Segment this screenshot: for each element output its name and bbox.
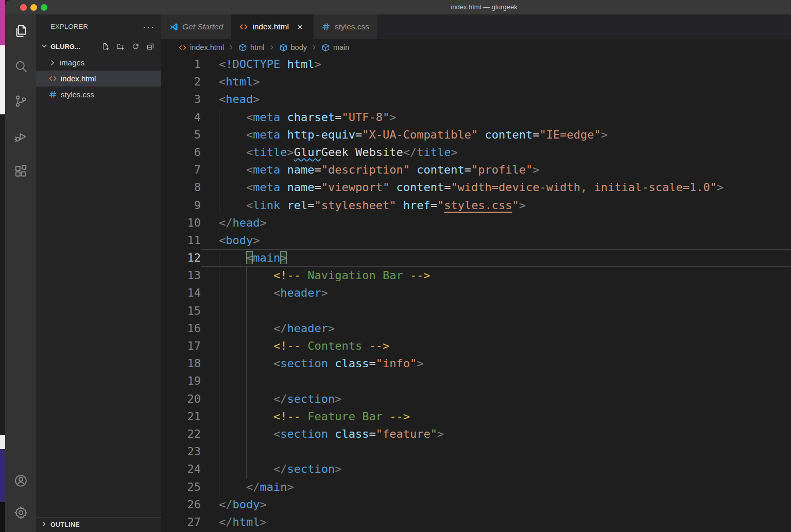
code-line-19[interactable]: 19 [161,372,791,390]
code-line-4[interactable]: 4 <meta charset="UTF-8"> [161,109,791,126]
file-item-index-html[interactable]: index.html [36,71,161,87]
code-line-15[interactable]: 15 [161,302,791,320]
code-line-7[interactable]: 7 <meta name="description" content="prof… [161,161,791,179]
cube-icon [279,43,288,52]
indent-guide [219,425,219,443]
activity-settings-button[interactable] [8,501,33,526]
views-and-more-actions-button[interactable]: ··· [143,24,155,29]
activity-run-debug-button[interactable] [8,125,33,149]
outline-section-header[interactable]: OUTLINE [36,517,161,532]
file-item-images[interactable]: images [36,55,161,71]
code-line-8[interactable]: 8 <meta name="viewport" content="width=d… [161,179,791,196]
line-content: </section> [201,390,791,408]
line-number: 10 [161,214,201,232]
chevron-right-icon [311,44,318,51]
screen: index.html — glurgeek EXPLORER ··· GLURG… [0,0,791,532]
activity-source-control-button[interactable] [8,90,33,114]
code-line-13[interactable]: 13 <!-- Navigation Bar --> [161,267,791,284]
explorer-sidebar: EXPLORER ··· GLURG... imagesindex.htmlst… [36,14,161,532]
zoom-button[interactable] [41,4,47,11]
indent-guide [219,460,219,478]
code-line-21[interactable]: 21 <!-- Feature Bar --> [161,408,791,425]
indent-guide [246,355,247,372]
tab-label: styles.css [335,22,369,31]
code-line-5[interactable]: 5 <meta http-equiv="X-UA-Compatible" con… [161,126,791,144]
line-content: <header> [201,284,791,302]
line-number: 9 [161,197,201,214]
code-line-25[interactable]: 25 </main> [161,478,791,496]
code-line-27[interactable]: 27</html> [161,513,791,531]
line-content [201,443,791,460]
collapse-all-button[interactable] [145,41,156,53]
line-content: </main> [201,478,791,496]
vscode-icon [169,22,178,31]
breadcrumb-label: index.html [190,43,224,52]
file-label: index.html [61,74,96,83]
line-number: 12 [161,249,201,267]
breadcrumb-item-index-html[interactable]: index.html [178,43,224,52]
line-content: <head> [201,91,791,108]
code-line-23[interactable]: 23 [161,443,791,460]
indent-guide [219,337,219,355]
line-number: 3 [161,91,201,108]
code-line-9[interactable]: 9 <link rel="stylesheet" href="styles.cs… [161,197,791,214]
tab-index-html[interactable]: index.html [231,14,314,39]
search-icon [13,59,28,76]
line-number: 18 [161,355,201,372]
code-line-16[interactable]: 16 </header> [161,320,791,337]
cube-icon [238,43,247,52]
indent-guide [246,337,247,355]
breadcrumb-item-html[interactable]: html [238,43,264,52]
tab-get-started[interactable]: Get Started [161,14,231,39]
line-number: 2 [161,73,201,91]
code-line-22[interactable]: 22 <section class="feature"> [161,425,791,443]
close-icon[interactable] [295,22,305,32]
code-line-26[interactable]: 26</body> [161,496,791,513]
html-file-icon [48,74,57,83]
tab-label: index.html [252,22,289,31]
code-line-12[interactable]: 12 <main> [161,249,791,267]
breadcrumb-item-main[interactable]: main [321,43,349,52]
line-number: 16 [161,320,201,337]
code-line-18[interactable]: 18 <section class="info"> [161,355,791,372]
code-line-14[interactable]: 14 <header> [161,284,791,302]
tab-styles-css[interactable]: styles.css [314,14,377,39]
code-line-17[interactable]: 17 <!-- Contents --> [161,337,791,355]
code-line-20[interactable]: 20 </section> [161,390,791,408]
activity-search-button[interactable] [8,55,33,79]
code-line-11[interactable]: 11<body> [161,232,791,249]
folder-section-header[interactable]: GLURG... [36,39,161,55]
code-line-10[interactable]: 10</head> [161,214,791,232]
code-line-6[interactable]: 6 <title>GlurGeek Website</title> [161,144,791,161]
window-controls [20,0,47,14]
breadcrumb-item-body[interactable]: body [279,43,307,52]
line-content [201,302,791,320]
code-line-24[interactable]: 24 </section> [161,460,791,478]
line-content: </section> [201,460,791,478]
code-editor[interactable]: 1<!DOCTYPE html>2<html>3<head>4 <meta ch… [161,56,791,532]
indent-guide [219,478,219,496]
line-content: <title>GlurGeek Website</title> [201,144,791,161]
chevron-down-icon [40,42,48,52]
line-number: 21 [161,408,201,425]
indent-guide [246,443,247,460]
indent-guide [246,267,247,284]
code-line-1[interactable]: 1<!DOCTYPE html> [161,56,791,73]
file-label: styles.css [61,90,94,99]
editor-group: Get Startedindex.htmlstyles.css index.ht… [161,14,791,532]
code-line-2[interactable]: 2<html> [161,73,791,91]
refresh-button[interactable] [130,41,141,53]
new-file-button[interactable] [100,41,111,53]
activity-extensions-button[interactable] [8,160,33,184]
code-line-3[interactable]: 3<head> [161,91,791,108]
line-number: 23 [161,443,201,460]
new-folder-button[interactable] [115,41,126,53]
minimize-button[interactable] [30,4,37,11]
activity-explorer-button[interactable] [8,20,33,44]
file-item-styles-css[interactable]: styles.css [36,87,161,102]
close-button[interactable] [20,4,27,11]
indent-guide [219,372,219,390]
line-content: </html> [201,513,791,531]
activity-account-button[interactable] [8,469,33,494]
explorer-title: EXPLORER [50,23,88,30]
